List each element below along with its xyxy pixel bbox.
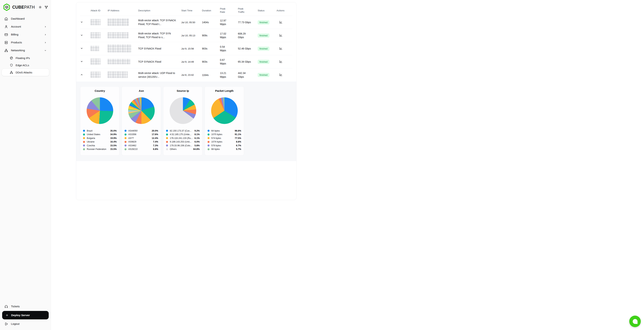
home-icon: [4, 17, 8, 21]
redacted-block: [90, 72, 100, 78]
sidebar-item[interactable]: Dashboard: [2, 15, 49, 23]
status-badge: finished: [258, 47, 269, 51]
network-icon: [4, 49, 8, 52]
legend-label: 1074 bytes: [211, 140, 235, 143]
peak-rate: 0.67 Mpps: [220, 58, 238, 66]
view-chart-action[interactable]: [279, 60, 283, 63]
sidebar-subitem[interactable]: Edge ACLs: [2, 62, 49, 69]
theme-toggle-icon[interactable]: [38, 6, 42, 9]
legend-value: 17.6%: [152, 133, 158, 136]
sidebar-item[interactable]: Products: [2, 39, 49, 46]
sidebar-item[interactable]: Billing: [2, 31, 49, 39]
legend-item: 574 bytes 77.5%: [208, 136, 241, 140]
legend-value: 5.8%: [194, 144, 200, 147]
peak-traffic: 52.46 Gbps: [238, 47, 258, 50]
chevron-down-icon: [44, 49, 46, 52]
sidebar-item-label: Account: [11, 25, 21, 28]
status-badge: finished: [258, 20, 269, 25]
legend-value: 9.2%: [194, 129, 200, 132]
shield-icon: [10, 64, 13, 67]
sidebar-item[interactable]: Networking: [2, 46, 49, 54]
row-toggle[interactable]: [80, 47, 83, 50]
row-toggle[interactable]: [80, 60, 83, 63]
legend-value: 12.4%: [152, 137, 158, 139]
chevron-right-icon: [44, 34, 46, 36]
col-peak-traffic: Peak Traffic: [238, 7, 258, 14]
legend-label: 574 bytes: [211, 137, 234, 139]
row-toggle[interactable]: [80, 21, 83, 24]
legend-value: 34.9%: [110, 133, 116, 136]
legend-item: 176.116.241.133 (Ru... 6.1%: [166, 136, 200, 140]
status-badge: finished: [258, 73, 269, 77]
sidebar-subitem[interactable]: DDoS Attacks: [2, 69, 49, 76]
sidebar-item[interactable]: Account: [2, 23, 49, 31]
table-row[interactable]: Multi-vector attack: UDP Flood to servic…: [80, 68, 292, 82]
view-chart-action[interactable]: [279, 47, 283, 50]
legend-value: 77.5%: [235, 137, 241, 139]
network-icon: [10, 71, 13, 74]
table-row[interactable]: TCP SYNACK Flood Jul 9, 14:49 903s 0.67 …: [80, 55, 292, 68]
legend-color-dot: [83, 137, 85, 139]
table-row[interactable]: Multi-vector attack: TCP SYN Flood, TCP …: [80, 29, 292, 42]
brand-light: PATH: [24, 5, 35, 10]
legend-label: AS9829: [128, 140, 152, 143]
view-chart-action[interactable]: [279, 34, 283, 37]
row-toggle[interactable]: [80, 73, 83, 76]
legend-label: 9.189.143.253 (Unit...: [170, 140, 193, 143]
legend-label: Ukraine: [87, 140, 109, 143]
status-badge: finished: [258, 34, 269, 38]
col-start-time: Start Time: [181, 9, 202, 12]
brand-bold: CUBE: [12, 5, 24, 10]
redacted-block: [90, 46, 99, 51]
legend-value: 8.1%: [194, 133, 200, 136]
server-icon: [4, 41, 8, 45]
chart-title: Source Ip: [166, 89, 200, 93]
legend-color-dot: [83, 133, 85, 135]
legend-color-dot: [208, 144, 210, 146]
attack-details-panel: Country Brazil 35.0%: [76, 82, 296, 161]
legend-color-dot: [208, 141, 210, 143]
sidebar-subitem[interactable]: Floating IPs: [2, 54, 49, 62]
user-icon: [4, 25, 8, 29]
duration: 903s: [202, 60, 220, 63]
legend-color-dot: [166, 133, 168, 135]
view-chart-action[interactable]: [279, 73, 283, 76]
col-peak-rate: Peak Rate: [220, 7, 238, 14]
legend-label: AS3356: [128, 133, 150, 136]
legend-label: United States: [87, 133, 109, 136]
attack-id-redacted: [90, 19, 108, 26]
row-toggle[interactable]: [80, 34, 83, 37]
legend-value: 6.7%: [236, 144, 241, 147]
attack-description: Multi-vector attack: TCP SYNACK Flood, T…: [138, 19, 181, 26]
legend-value: 15.5%: [110, 148, 116, 150]
legend-color-dot: [83, 130, 85, 132]
legend-color-dot: [166, 148, 168, 150]
legend-label: 1070 bytes: [211, 133, 234, 136]
legend-item: AS?? 12.4%: [124, 136, 158, 140]
attack-id-redacted: [90, 59, 108, 65]
legend-label: Brazil: [87, 129, 109, 132]
legend-color-dot: [83, 148, 85, 150]
sidebar-nav: Dashboard Account Billing Products: [2, 15, 49, 54]
table-row[interactable]: Multi-vector attack: TCP SYNACK Flood, T…: [80, 16, 292, 29]
peak-traffic: 608.29 Gbps: [238, 32, 258, 39]
table-row[interactable]: TCP SYNACK Flood Jul 9, 15:56 903s 0.54 …: [80, 42, 292, 55]
chart-title: Asn: [124, 89, 158, 93]
legend-color-dot: [166, 144, 168, 146]
sidebar-item-label: Dashboard: [11, 17, 24, 20]
legend-item: Brazil 35.0%: [83, 129, 116, 132]
chart-legend: AS44050 20.0% AS3356 17.6%: [124, 129, 158, 151]
chart-title: Country: [83, 89, 117, 93]
view-chart-action[interactable]: [279, 20, 283, 24]
ip-address-redacted: [108, 45, 138, 53]
table-body: Multi-vector attack: TCP SYNACK Flood, T…: [76, 16, 296, 82]
legend-color-dot: [208, 137, 210, 139]
sidebar-subnav: Floating IPs Edge ACLs DDoS Attacks: [2, 54, 49, 76]
chevron-right-icon: [44, 41, 46, 44]
redacted-block: [108, 19, 129, 26]
legend-value: 19.9%: [110, 137, 116, 139]
legend-color-dot: [124, 133, 126, 135]
legend-item: 68 bytes 5.7%: [208, 148, 241, 151]
legend-value: 15.5%: [110, 144, 116, 147]
topology-view-icon[interactable]: [44, 6, 48, 9]
